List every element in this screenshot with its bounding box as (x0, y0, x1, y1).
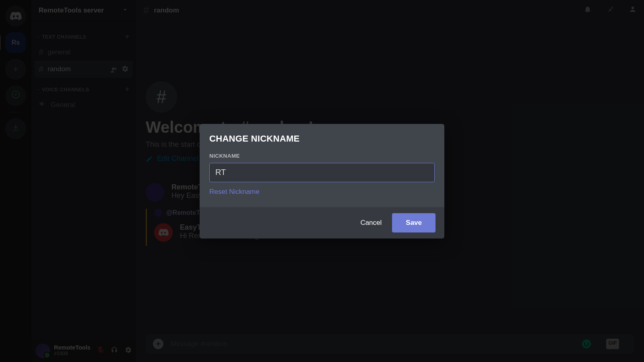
modal-footer: Cancel Save (200, 207, 444, 239)
app-root: Rs + RemoteTools server (0, 0, 644, 362)
modal-backdrop[interactable]: CHANGE NICKNAME NICKNAME Reset Nickname … (0, 0, 644, 362)
reset-nickname-link[interactable]: Reset Nickname (209, 188, 260, 196)
modal-title: CHANGE NICKNAME (209, 134, 435, 144)
nickname-label: NICKNAME (209, 153, 435, 159)
save-button[interactable]: Save (392, 213, 436, 232)
cancel-button[interactable]: Cancel (360, 219, 382, 227)
nickname-input[interactable] (209, 163, 435, 182)
change-nickname-modal: CHANGE NICKNAME NICKNAME Reset Nickname … (200, 124, 444, 239)
